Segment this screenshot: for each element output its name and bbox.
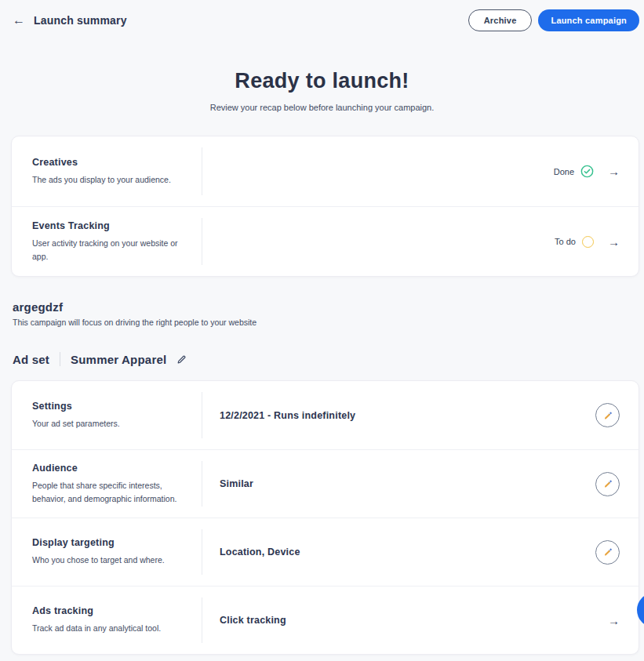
todo-circle-icon — [582, 236, 594, 248]
row-header: Audience People that share specific inte… — [32, 463, 202, 505]
row-value: Click tracking — [202, 615, 594, 626]
row-title: Events Tracking — [32, 220, 191, 231]
row-header: Display targeting Who you chose to targe… — [32, 537, 202, 566]
row-header: Events Tracking User activity tracking o… — [32, 220, 202, 263]
row-title: Settings — [32, 401, 191, 412]
row-description: The ads you display to your audience. — [32, 173, 191, 186]
adset-section-label: Ad set — [13, 353, 49, 366]
row-action-area — [595, 403, 620, 427]
topbar-actions: Archive Launch campaign — [468, 9, 639, 31]
adset-row-ads-tracking[interactable]: Ads tracking Track ad data in any analyt… — [12, 586, 639, 654]
adset-row-settings[interactable]: Settings Your ad set parameters. 12/2/20… — [12, 381, 639, 449]
pencil-icon — [176, 354, 187, 365]
row-description: User activity tracking on your website o… — [32, 237, 191, 263]
edit-adset-name-button[interactable] — [176, 354, 187, 365]
adset-header: Ad set Summer Apparel — [13, 352, 631, 366]
vertical-divider — [60, 352, 60, 366]
row-header: Creatives The ads you display to your au… — [32, 157, 202, 186]
row-title: Ads tracking — [32, 605, 191, 616]
check-circle-icon — [580, 165, 594, 178]
archive-button[interactable]: Archive — [468, 9, 533, 31]
adset-card: Settings Your ad set parameters. 12/2/20… — [11, 380, 639, 655]
adset-name: Summer Apparel — [71, 353, 166, 366]
row-status-area: To do → — [555, 235, 620, 249]
row-description: Who you chose to target and where. — [32, 554, 191, 566]
vertical-divider — [202, 218, 202, 265]
row-title: Display targeting — [32, 537, 191, 548]
campaign-name: argegdzf — [13, 300, 631, 314]
go-to-events-tracking-arrow-icon[interactable]: → — [608, 235, 620, 249]
edit-settings-button[interactable] — [595, 403, 620, 427]
row-status-area: Done → — [554, 165, 620, 178]
row-action-area — [595, 472, 620, 496]
row-value: 12/2/2021 - Runs indefinitely — [202, 410, 595, 421]
row-title: Audience — [32, 463, 191, 474]
back-navigation[interactable]: ← Launch summary — [13, 14, 127, 27]
campaign-description: This campaign will focus on driving the … — [13, 318, 631, 327]
row-value: Similar — [202, 478, 595, 489]
row-value: Location, Device — [202, 547, 595, 557]
top-bar: ← Launch summary Archive Launch campaign — [0, 0, 644, 31]
row-description: Track ad data in any analytical tool. — [32, 622, 191, 634]
checklist-row-events-tracking[interactable]: Events Tracking User activity tracking o… — [12, 206, 639, 276]
pencil-icon — [603, 479, 613, 488]
row-header: Settings Your ad set parameters. — [32, 401, 202, 430]
hero-subtitle: Review your recap below before launching… — [0, 103, 644, 112]
checklist-row-creatives[interactable]: Creatives The ads you display to your au… — [12, 136, 639, 206]
campaign-section: argegdzf This campaign will focus on dri… — [13, 300, 631, 327]
status-label: To do — [555, 237, 576, 246]
launch-campaign-button[interactable]: Launch campaign — [538, 9, 639, 31]
checklist-card: Creatives The ads you display to your au… — [11, 136, 639, 277]
row-title: Creatives — [32, 157, 191, 168]
go-to-creatives-arrow-icon[interactable]: → — [608, 165, 620, 178]
hero-section: Ready to launch! Review your recap below… — [0, 69, 644, 112]
row-description: Your ad set parameters. — [32, 417, 191, 430]
pencil-icon — [603, 411, 613, 420]
adset-row-display-targeting[interactable]: Display targeting Who you chose to targe… — [12, 518, 639, 586]
vertical-divider — [202, 147, 202, 195]
row-description: People that share specific interests, be… — [32, 479, 191, 505]
back-arrow-icon[interactable]: ← — [13, 14, 25, 27]
status-label: Done — [554, 167, 574, 176]
page-title: Launch summary — [34, 14, 127, 27]
edit-audience-button[interactable] — [595, 472, 620, 496]
row-action-area — [595, 540, 620, 565]
hero-title: Ready to launch! — [0, 69, 644, 93]
row-action-area: → — [594, 614, 620, 627]
go-to-ads-tracking-arrow-icon[interactable]: → — [608, 614, 620, 627]
pencil-icon — [603, 547, 613, 557]
adset-row-audience[interactable]: Audience People that share specific inte… — [12, 449, 639, 518]
edit-display-targeting-button[interactable] — [595, 540, 620, 565]
row-header: Ads tracking Track ad data in any analyt… — [32, 605, 202, 634]
